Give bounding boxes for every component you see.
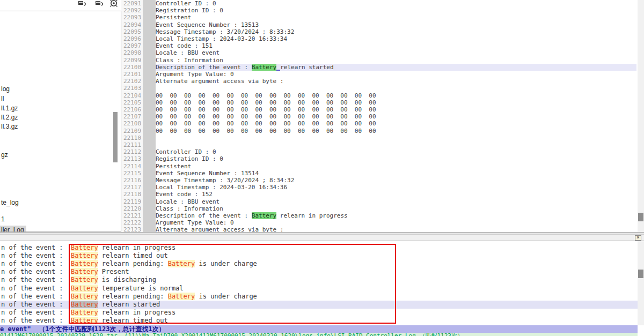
line-number: 22122 (123, 219, 143, 226)
line-text: Registration ID : 0 (156, 7, 636, 14)
line-number: 22114 (123, 163, 143, 170)
result-prefix: n of the event : (1, 301, 71, 308)
line-text: Message Timestamp : 3/20/2024 ; 8:34:32 (156, 177, 636, 184)
line-number: 22091 (123, 0, 143, 7)
log-line[interactable]: 22120Class : Information (121, 205, 638, 212)
result-prefix: n of the event : (1, 293, 71, 300)
line-number: 22101 (123, 71, 143, 78)
log-line[interactable]: 22111 (121, 141, 638, 148)
log-line[interactable]: 22100Description of the event : Batteryr… (121, 64, 638, 71)
log-line[interactable]: 2210500 00 00 00 00 00 00 00 00 00 00 00… (121, 99, 638, 106)
file-item[interactable]: ller_Log (0, 226, 26, 232)
log-line[interactable]: 22116Message Timestamp : 3/20/2024 ; 8:3… (121, 177, 638, 184)
line-number: 22115 (123, 170, 143, 177)
log-line[interactable]: 22095Message Timestamp : 3/20/2024 ; 8:3… (121, 28, 638, 35)
copy-to-view-2-icon[interactable] (94, 0, 104, 8)
log-line[interactable]: 2210600 00 00 00 00 00 00 00 00 00 00 00… (121, 106, 638, 113)
search-summary-bar: e event" （1个文件中匹配到1123次，总计查找1次） (0, 325, 638, 333)
result-prefix: n of the event : (1, 276, 71, 283)
log-line[interactable]: 22117Local Timestamp : 2024-03-20 16:34:… (121, 184, 638, 191)
line-text: 00 00 00 00 00 00 00 00 00 00 00 00 00 0… (156, 92, 636, 99)
results-header: × (0, 234, 644, 241)
results-scrollbar-thumb[interactable] (638, 270, 643, 278)
line-number: 22106 (123, 106, 143, 113)
line-text: Description of the event : Batteryrelear… (156, 64, 636, 71)
line-number: 22102 (123, 78, 143, 85)
log-line[interactable]: 22110 (121, 135, 638, 141)
close-icon[interactable]: × (635, 235, 641, 241)
log-line[interactable]: 22098Locale : BBU event (121, 49, 638, 56)
file-item[interactable]: ll.2.gz (0, 113, 20, 121)
file-item[interactable]: 1 (0, 215, 7, 223)
line-number: 22110 (123, 135, 143, 141)
line-number: 22095 (123, 28, 143, 35)
log-line[interactable]: 22096Local Timestamp : 2024-03-20 16:33:… (121, 35, 638, 42)
file-item[interactable]: gz (0, 151, 10, 159)
log-line[interactable]: 22094Event Sequence Number : 13513 (121, 21, 638, 28)
search-results-panel: n of the event : Battery relearn in prog… (0, 241, 638, 325)
line-text: 00 00 00 00 00 00 00 00 00 00 00 00 00 0… (156, 120, 636, 127)
log-line[interactable]: 22099Class : Information (121, 57, 638, 64)
line-number: 22103 (123, 85, 143, 92)
file-item[interactable]: ll.3.gz (0, 122, 20, 130)
line-number: 22093 (123, 14, 143, 21)
log-line[interactable]: 22118Event code : 152 (121, 191, 638, 198)
result-prefix: n of the event : (1, 260, 71, 267)
file-item[interactable]: ll.1.gz (0, 104, 20, 112)
match-highlight-box (69, 244, 396, 324)
result-prefix: n of the event : (1, 285, 71, 292)
line-number: 22113 (123, 155, 143, 162)
log-line[interactable]: 22091Controller ID : 0 (121, 0, 638, 7)
log-viewer-window: logllll.1.gzll.2.gzll.3.gzgzte_log1ller_… (0, 0, 644, 336)
log-line[interactable]: 22119Locale : BBU event (121, 198, 638, 205)
line-number: 22108 (123, 120, 143, 127)
line-text: Argument Type Value: 0 (156, 219, 636, 226)
line-text: 00 00 00 00 00 00 00 00 00 00 00 00 00 0… (156, 113, 636, 120)
line-number: 22098 (123, 49, 143, 56)
line-text: Persistent (156, 163, 636, 170)
line-text: 00 00 00 00 00 00 00 00 00 00 00 00 00 0… (156, 99, 636, 106)
line-number: 22116 (123, 177, 143, 184)
log-line[interactable]: 22093Persistent (121, 14, 638, 21)
log-line[interactable]: 2210900 00 00 00 00 00 00 00 00 00 00 00… (121, 128, 638, 135)
results-scrollbar-track[interactable] (638, 241, 644, 325)
file-path-bar: 01412M617000015-20240320-1620.tar (11)\M… (0, 333, 638, 336)
log-line[interactable]: 22121Description of the event : Battery … (121, 212, 638, 219)
copy-to-view-icon[interactable] (77, 0, 87, 8)
log-line[interactable]: 22103 (121, 85, 638, 92)
line-text: Local Timestamp : 2024-03-20 16:34:36 (156, 184, 636, 191)
line-number: 22119 (123, 198, 143, 205)
log-line[interactable]: 22097Event code : 151 (121, 42, 638, 49)
file-item[interactable]: ll (0, 94, 6, 102)
line-text: Class : Information (156, 57, 636, 64)
main-scrollbar-thumb[interactable] (638, 213, 643, 221)
log-line[interactable]: 22092Registration ID : 0 (121, 7, 638, 14)
log-line[interactable]: 22114Persistent (121, 163, 638, 170)
log-line[interactable]: 22101Argument Type Value: 0 (121, 71, 638, 78)
line-text: Controller ID : 0 (156, 148, 636, 155)
sidebar-scrollbar-thumb[interactable] (113, 112, 118, 162)
line-text: Event code : 151 (156, 42, 636, 49)
log-view: 22091Controller ID : 022092Registration … (121, 0, 638, 233)
main-scrollbar-track[interactable] (638, 0, 644, 233)
log-line[interactable]: 22122Argument Type Value: 0 (121, 219, 638, 226)
log-line[interactable]: 2210800 00 00 00 00 00 00 00 00 00 00 00… (121, 120, 638, 127)
line-text: Locale : BBU event (156, 49, 636, 56)
line-number: 22099 (123, 57, 143, 64)
line-number: 22096 (123, 35, 143, 42)
locate-icon[interactable] (109, 0, 119, 8)
line-number: 22112 (123, 148, 143, 155)
line-text: Description of the event : Battery relea… (156, 212, 636, 219)
line-text: Persistent (156, 14, 636, 21)
log-line[interactable]: 22112Controller ID : 0 (121, 148, 638, 155)
log-line[interactable]: 2210700 00 00 00 00 00 00 00 00 00 00 00… (121, 113, 638, 120)
log-line[interactable]: 22115Event Sequence Number : 13514 (121, 170, 638, 177)
log-line[interactable]: 2210400 00 00 00 00 00 00 00 00 00 00 00… (121, 92, 638, 99)
log-line[interactable]: 22113Registration ID : 0 (121, 155, 638, 162)
line-text: Alternate argument access via byte : (156, 78, 636, 85)
log-line[interactable]: 22102Alternate argument access via byte … (121, 78, 638, 85)
file-item[interactable]: te_log (0, 198, 21, 206)
file-item[interactable]: log (0, 85, 12, 93)
line-text: Class : Information (156, 205, 636, 212)
line-text: 00 00 00 00 00 00 00 00 00 00 00 00 00 0… (156, 106, 636, 113)
